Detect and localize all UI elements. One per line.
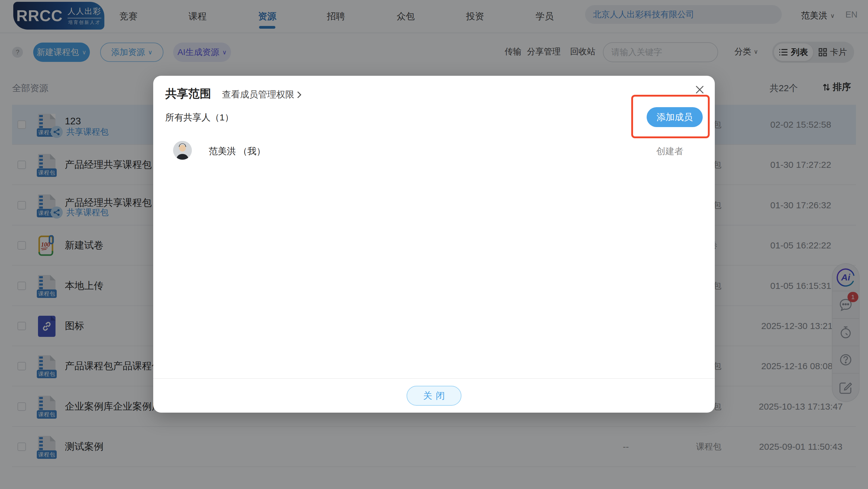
view-member-permissions-link[interactable]: 查看成员管理权限 bbox=[222, 88, 302, 101]
add-member-button[interactable]: 添加成员 bbox=[647, 107, 703, 127]
app-window: RRCC 人人出彩 培育创新人才 竞赛 课程 资源 招聘 众包 投资 学员 北京… bbox=[0, 0, 868, 489]
chevron-right-icon bbox=[297, 91, 302, 99]
modal-footer: 关闭 bbox=[153, 378, 715, 413]
avatar bbox=[173, 141, 192, 160]
close-button[interactable]: 关闭 bbox=[407, 386, 461, 406]
modal-title: 共享范围 bbox=[165, 86, 211, 102]
member-role: 创建者 bbox=[656, 145, 683, 157]
close-icon[interactable] bbox=[694, 84, 706, 96]
members-count-label: 所有共享人（1） bbox=[165, 111, 234, 124]
member-name: 范美洪 （我） bbox=[209, 145, 266, 157]
share-scope-modal: 共享范围 查看成员管理权限 所有共享人（1） 添加成员 范美洪 （我） 创建者 … bbox=[153, 76, 715, 413]
member-row: 范美洪 （我） 创建者 bbox=[165, 141, 703, 162]
